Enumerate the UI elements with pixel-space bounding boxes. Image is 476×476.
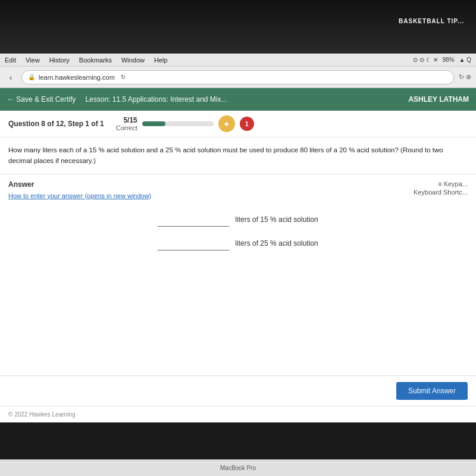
question-info: Question 8 of 12, Step 1 of 1 xyxy=(8,120,104,128)
answer-section: Answer How to enter your answer (opens i… xyxy=(0,174,476,375)
bottom-bar: MacBook Pro xyxy=(0,459,476,476)
liters-25-label: liters of 25 % acid solution xyxy=(235,239,318,248)
wifi-icon: ▲ Q xyxy=(459,57,471,63)
app-header: ← Save & Exit Certify Lesson: 11.5 Appli… xyxy=(0,88,476,111)
url-text: learn.hawkeslearning.com xyxy=(39,74,115,81)
input-row-1: liters of 15 % acid solution xyxy=(158,212,318,227)
liters-15-input[interactable] xyxy=(158,212,229,227)
bottom-bar-text: MacBook Pro xyxy=(220,465,256,471)
menu-window[interactable]: Window xyxy=(121,57,145,64)
keyboard-label[interactable]: Keyboard Shortc... xyxy=(414,189,468,196)
red-badge: 1 xyxy=(240,117,254,131)
work-area xyxy=(8,250,468,369)
top-bezel: BASKETBALL TIP... xyxy=(0,0,476,54)
lesson-title: Lesson: 11.5 Applications: Interest and … xyxy=(85,95,227,104)
bezel-text: BASKETBALL TIP... xyxy=(399,18,464,24)
keypad-section: ≡ Keypa... Keyboard Shortc... xyxy=(414,180,468,196)
menu-right: ⊙ ⊙ ☾ ✕ 98% ▲ Q xyxy=(413,57,471,63)
menu-bar: Edit View History Bookmarks Window Help … xyxy=(0,54,476,67)
submit-button[interactable]: Submit Answer xyxy=(396,382,468,400)
browser-toolbar: ‹ 🔒 learn.hawkeslearning.com ↻ ↻ ⊕ xyxy=(0,67,476,88)
main-content: Question 8 of 12, Step 1 of 1 5/15 Corre… xyxy=(0,111,476,422)
menu-edit[interactable]: Edit xyxy=(5,57,16,64)
menu-history[interactable]: History xyxy=(49,57,70,64)
how-to-link[interactable]: How to enter your answer (opens in new w… xyxy=(8,192,151,199)
address-bar[interactable]: 🔒 learn.hawkeslearning.com ↻ xyxy=(21,70,454,84)
score-value: 5/15 xyxy=(123,116,137,124)
liters-15-label: liters of 15 % acid solution xyxy=(235,215,318,224)
menu-help[interactable]: Help xyxy=(154,57,168,64)
browser-controls: ↻ ⊕ xyxy=(459,73,471,81)
correct-label: Correct xyxy=(116,124,137,131)
battery-indicator: ⊙ ⊙ ☾ ✕ xyxy=(413,57,437,63)
user-name: ASHLEY LATHAM xyxy=(408,95,469,104)
score-row: 5/15 Correct ★ 1 xyxy=(116,115,254,132)
lock-icon: 🔒 xyxy=(28,74,35,80)
progress-bar xyxy=(142,121,214,126)
footer: © 2022 Hawkes Learning xyxy=(0,406,476,422)
back-button[interactable]: ‹ xyxy=(5,71,17,83)
question-header: Question 8 of 12, Step 1 of 1 5/15 Corre… xyxy=(0,111,476,137)
battery-percent: 98% xyxy=(443,57,455,63)
input-rows: liters of 15 % acid solution liters of 2… xyxy=(8,212,468,250)
menu-view[interactable]: View xyxy=(26,57,40,64)
score-info: 5/15 Correct xyxy=(116,116,137,131)
copyright: © 2022 Hawkes Learning xyxy=(8,411,75,418)
save-exit-button[interactable]: ← Save & Exit Certify xyxy=(7,95,76,104)
progress-fill xyxy=(142,121,166,126)
save-exit-label: ← Save & Exit Certify xyxy=(7,95,76,104)
input-row-2: liters of 25 % acid solution xyxy=(158,236,318,250)
answer-header: Answer How to enter your answer (opens i… xyxy=(8,180,151,201)
liters-25-input[interactable] xyxy=(158,236,229,250)
menu-bookmarks[interactable]: Bookmarks xyxy=(79,57,112,64)
reload-icon[interactable]: ↻ xyxy=(121,74,126,80)
keypad-label[interactable]: ≡ Keypa... xyxy=(438,180,468,187)
question-text: How many liters each of a 15 % acid solu… xyxy=(0,137,476,174)
answer-label: Answer xyxy=(8,180,151,189)
submit-section: Submit Answer xyxy=(0,375,476,406)
gold-badge: ★ xyxy=(218,115,235,132)
